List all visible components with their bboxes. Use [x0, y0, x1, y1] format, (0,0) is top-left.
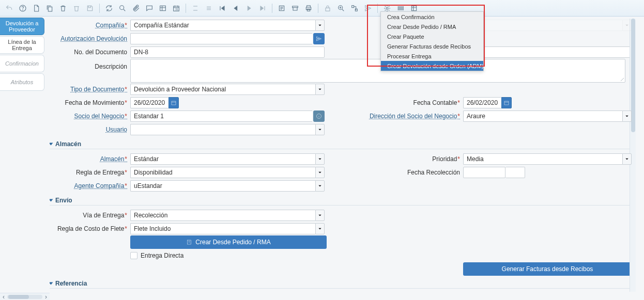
field-descripcion[interactable] — [130, 59, 625, 83]
field-fecha-recol-time[interactable] — [505, 167, 525, 178]
label-almacen[interactable]: Almacén — [50, 152, 130, 166]
calendar-fecha-cont[interactable] — [501, 97, 512, 108]
menu-procesar-entrega[interactable]: Procesar Entrega — [381, 51, 483, 61]
report-icon[interactable] — [275, 2, 288, 14]
attach-icon[interactable] — [130, 2, 142, 14]
label-fecha-recol: Fecha Recolección — [349, 166, 463, 179]
label-compania[interactable]: Compañía — [50, 19, 130, 32]
checkbox-entrega-directa[interactable] — [130, 252, 137, 259]
dropdown-via[interactable] — [315, 210, 325, 221]
field-fecha-mov[interactable]: 26/02/2020 — [130, 97, 168, 108]
label-socio[interactable]: Socio del Negocio — [50, 109, 130, 123]
horizontal-scrollbar[interactable]: ‹ › — [0, 293, 50, 300]
lock-icon[interactable] — [321, 2, 334, 14]
calendar-icon[interactable]: 31 — [170, 2, 182, 14]
field-dir-socio[interactable]: Araure — [463, 110, 622, 122]
svg-rect-11 — [326, 8, 330, 11]
dropdown-regla-entrega[interactable] — [315, 167, 325, 178]
tab-devolucion[interactable]: Devolución a Proveedor — [0, 18, 44, 35]
field-compania[interactable]: Compañía Estándar — [130, 20, 315, 31]
first-icon[interactable] — [216, 2, 228, 14]
parent-icon[interactable] — [189, 2, 202, 14]
info-socio[interactable] — [313, 110, 325, 122]
grid-icon[interactable] — [157, 2, 169, 14]
calendar-fecha-mov[interactable] — [168, 97, 179, 108]
field-socio[interactable]: Estandar 1 — [130, 110, 312, 122]
field-via[interactable]: Recolección — [130, 210, 315, 221]
svg-rect-17 — [172, 101, 176, 105]
dropdown-right-hidden[interactable] — [622, 20, 632, 31]
label-usuario[interactable]: Usuario — [50, 123, 130, 136]
section-referencia[interactable]: Referencia — [50, 280, 636, 287]
button-crear-rma[interactable]: Crear Desde Pedido / RMA — [130, 235, 327, 249]
svg-rect-16 — [411, 6, 416, 10]
label-dir-socio[interactable]: Dirección del Socio del Negocio — [349, 109, 463, 123]
field-agente[interactable]: uEstandar — [130, 180, 315, 192]
dropdown-tipo-doc[interactable] — [315, 84, 325, 95]
field-no-doc[interactable]: DN-8 — [130, 46, 325, 58]
svg-rect-10 — [307, 9, 310, 11]
svg-point-3 — [120, 5, 124, 9]
svg-rect-8 — [293, 6, 298, 8]
label-tipo-doc[interactable]: Tipo de Documento — [50, 83, 130, 96]
help-icon[interactable] — [17, 2, 29, 14]
svg-rect-18 — [504, 101, 509, 105]
tab-linea-entrega[interactable]: Línea de la Entrega — [0, 36, 44, 54]
field-prioridad[interactable]: Media — [463, 153, 622, 165]
tab-confirmacion[interactable]: Confirmacion — [0, 55, 44, 72]
menu-crear-devolucion-adm[interactable]: Crear Devolución desde Orden (ADM) — [381, 61, 483, 71]
next-icon[interactable] — [243, 2, 255, 14]
workflow-icon[interactable] — [348, 2, 361, 14]
field-autorizacion[interactable] — [130, 33, 312, 44]
dropdown-prioridad[interactable] — [622, 153, 632, 165]
save-icon[interactable] — [84, 2, 96, 14]
svg-rect-9 — [306, 7, 311, 10]
label-agente[interactable]: Agente Compañía — [50, 179, 130, 193]
chat-icon[interactable] — [143, 2, 156, 14]
svg-rect-4 — [160, 6, 166, 10]
field-fecha-recol-date[interactable] — [463, 167, 505, 178]
dropdown-compania[interactable] — [315, 20, 325, 31]
copy-icon[interactable] — [43, 2, 56, 14]
search-icon[interactable] — [116, 2, 129, 14]
tab-atributos[interactable]: Atributos — [0, 73, 44, 91]
label-descripcion: Descripción — [50, 59, 130, 72]
label-autorizacion[interactable]: Autorización Devolución — [50, 32, 130, 45]
menu-crear-paquete[interactable]: Crear Paquete — [381, 31, 483, 41]
zoom-icon[interactable] — [335, 2, 347, 14]
dropdown-dir-socio[interactable] — [622, 110, 632, 122]
archive-icon[interactable] — [289, 2, 301, 14]
print-icon[interactable] — [302, 2, 315, 14]
field-fecha-cont[interactable]: 26/02/2020 — [463, 97, 501, 108]
field-regla-entrega[interactable]: Disponibilidad — [130, 167, 315, 178]
request-icon[interactable] — [362, 2, 374, 14]
dropdown-regla-flete[interactable] — [315, 223, 325, 234]
form-panel: Compañía Compañía Estándar — [50, 19, 636, 292]
svg-point-1 — [23, 10, 23, 10]
prev-icon[interactable] — [229, 2, 242, 14]
lookup-autorizacion[interactable] — [313, 33, 325, 44]
dropdown-agente[interactable] — [315, 180, 325, 192]
field-regla-flete[interactable]: Flete Incluido — [130, 223, 315, 234]
lines-icon[interactable] — [203, 2, 215, 14]
svg-rect-14 — [355, 9, 357, 11]
menu-generar-facturas[interactable]: Generar Facturas desde Recibos — [381, 41, 483, 51]
section-almacen[interactable]: Almacén — [50, 140, 636, 148]
field-almacen[interactable]: Estándar — [130, 153, 315, 165]
dropdown-almacen[interactable] — [315, 153, 325, 165]
menu-crear-rma[interactable]: Crear Desde Pedido / RMA — [381, 22, 483, 31]
delete-icon[interactable] — [57, 2, 69, 14]
dropdown-usuario[interactable] — [315, 124, 325, 135]
field-ref-orden[interactable] — [463, 46, 632, 58]
field-usuario[interactable] — [130, 124, 315, 135]
undo-icon[interactable] — [3, 2, 16, 14]
field-tipo-doc[interactable]: Devolución a Proveedor Nacional — [130, 84, 315, 95]
label-entrega-directa: Entrega Directa — [141, 252, 183, 259]
button-generar-facturas[interactable]: Generar Facturas desde Recibos — [463, 262, 632, 276]
refresh-icon[interactable] — [103, 2, 115, 14]
menu-crea-confirmacion[interactable]: Crea Confirmación — [381, 12, 483, 22]
delete2-icon[interactable] — [70, 2, 83, 14]
new-icon[interactable] — [30, 2, 42, 14]
last-icon[interactable] — [256, 2, 269, 14]
section-envio[interactable]: Envío — [50, 197, 636, 204]
